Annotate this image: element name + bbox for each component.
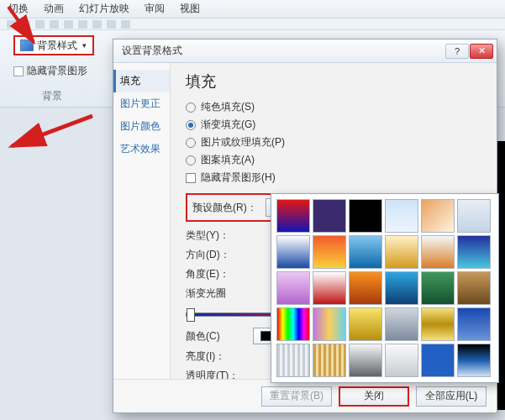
background-style-dropdown[interactable]: 背景样式 ▾ — [13, 35, 94, 55]
preset-swatch-17[interactable] — [457, 271, 491, 305]
preset-swatch-1[interactable] — [313, 199, 346, 233]
preset-swatch-4[interactable] — [421, 199, 455, 233]
sidenav-image-correction[interactable]: 图片更正 — [113, 92, 170, 115]
ribbon-group-label: 背景 — [42, 89, 62, 103]
preset-swatch-0[interactable] — [276, 199, 310, 233]
opt-picture[interactable]: 图片或纹理填充(P) — [186, 135, 485, 150]
preset-swatch-9[interactable] — [385, 235, 418, 269]
close-button[interactable]: ✕ — [470, 44, 493, 59]
tab-review[interactable]: 审阅 — [145, 2, 165, 16]
opt-pattern[interactable]: 图案填充(A) — [186, 153, 485, 167]
tab-animation[interactable]: 动画 — [44, 2, 64, 16]
preset-swatch-24[interactable] — [276, 344, 310, 377]
preset-swatch-3[interactable] — [385, 199, 418, 233]
preset-swatch-15[interactable] — [385, 271, 418, 305]
chevron-down-icon: ▾ — [82, 41, 87, 50]
preset-swatch-11[interactable] — [457, 235, 491, 269]
preset-swatch-18[interactable] — [276, 307, 310, 341]
dialog-title: 设置背景格式 — [122, 44, 445, 58]
ribbon-group-background: 背景样式 ▾ 隐藏背景图形 — [13, 35, 94, 78]
preset-swatch-21[interactable] — [385, 307, 418, 341]
preset-swatch-10[interactable] — [421, 235, 455, 269]
preset-swatch-23[interactable] — [457, 307, 491, 341]
sidenav-artistic-effects[interactable]: 艺术效果 — [113, 138, 170, 160]
ribbon-subrow — [0, 18, 505, 30]
preset-swatch-19[interactable] — [313, 307, 346, 341]
opt-gradient[interactable]: 渐变填充(G) — [186, 118, 485, 132]
dialog-buttonbar: 重置背景(B) 关闭 全部应用(L) — [113, 379, 497, 412]
pane-heading: 填充 — [186, 71, 485, 92]
opt-hidebg[interactable]: 隐藏背景图形(H) — [186, 171, 485, 185]
preset-swatch-29[interactable] — [457, 344, 491, 377]
background-style-icon — [20, 39, 34, 51]
preset-swatch-16[interactable] — [421, 271, 455, 305]
close-dialog-button[interactable]: 关闭 — [339, 386, 409, 407]
background-style-label: 背景样式 — [37, 39, 77, 53]
reset-button[interactable]: 重置背景(B) — [261, 386, 332, 407]
apply-all-button[interactable]: 全部应用(L) — [416, 386, 487, 407]
preset-swatch-2[interactable] — [349, 199, 382, 233]
preset-swatch-20[interactable] — [349, 307, 382, 341]
preset-swatch-8[interactable] — [349, 235, 382, 269]
preset-swatch-25[interactable] — [313, 344, 346, 377]
preset-swatch-14[interactable] — [349, 271, 382, 305]
tab-view[interactable]: 视图 — [180, 2, 200, 16]
preset-swatch-22[interactable] — [421, 307, 455, 341]
preset-palette-popup — [271, 193, 499, 383]
sidenav: 填充 图片更正 图片颜色 艺术效果 — [113, 63, 171, 379]
tab-slideshow[interactable]: 幻灯片放映 — [79, 2, 129, 16]
slider-thumb[interactable] — [187, 308, 195, 322]
opt-solid[interactable]: 纯色填充(S) — [186, 100, 485, 114]
preset-swatch-5[interactable] — [457, 199, 491, 233]
preset-swatch-12[interactable] — [276, 271, 310, 305]
dialog-titlebar[interactable]: 设置背景格式 ? ✕ — [113, 39, 497, 63]
preset-label: 预设颜色(R)： — [192, 201, 257, 215]
preset-swatch-26[interactable] — [349, 344, 382, 377]
ribbon-tabstrip: 切换 动画 幻灯片放映 审阅 视图 — [0, 0, 505, 18]
preset-swatch-27[interactable] — [385, 344, 418, 377]
hide-background-label: 隐藏背景图形 — [27, 64, 87, 78]
sidenav-image-color[interactable]: 图片颜色 — [113, 115, 170, 138]
preset-swatch-6[interactable] — [276, 235, 310, 269]
hide-background-checkbox[interactable]: 隐藏背景图形 — [13, 64, 94, 78]
tab-transition[interactable]: 切换 — [8, 2, 29, 16]
preset-swatch-13[interactable] — [313, 271, 346, 305]
preset-swatch-28[interactable] — [421, 344, 455, 377]
preset-swatch-7[interactable] — [313, 235, 346, 269]
checkbox-icon — [13, 66, 24, 76]
sidenav-fill[interactable]: 填充 — [113, 70, 170, 92]
help-button[interactable]: ? — [445, 44, 469, 59]
